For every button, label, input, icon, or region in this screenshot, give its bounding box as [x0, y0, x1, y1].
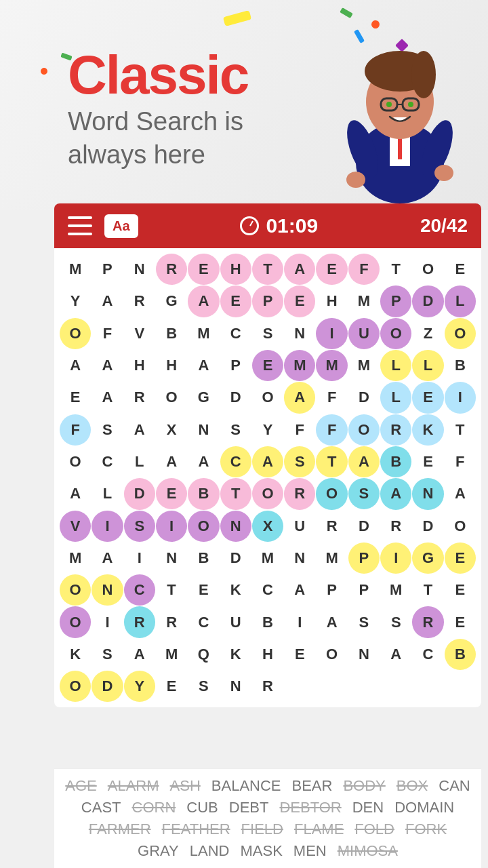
grid-cell[interactable]: R	[412, 606, 443, 637]
grid-cell[interactable]: D	[220, 542, 251, 574]
grid-cell[interactable]: L	[445, 285, 476, 317]
grid-cell[interactable]: I	[316, 318, 347, 349]
grid-cell[interactable]: B	[445, 639, 476, 670]
grid-cell[interactable]: B	[380, 446, 411, 477]
grid-cell[interactable]: C	[220, 446, 251, 477]
grid-cell[interactable]: P	[348, 574, 380, 606]
grid-cell[interactable]: U	[220, 606, 251, 637]
grid-cell[interactable]: Y	[60, 285, 91, 317]
grid-cell[interactable]: Q	[188, 639, 219, 670]
grid-cell[interactable]: M	[316, 542, 347, 574]
grid-cell[interactable]: A	[124, 639, 155, 670]
grid-cell[interactable]: E	[188, 254, 219, 285]
grid-cell[interactable]: A	[316, 606, 347, 637]
grid-cell[interactable]: S	[252, 318, 283, 349]
grid-cell[interactable]: S	[380, 606, 411, 637]
grid-cell[interactable]: M	[284, 350, 315, 381]
grid-cell[interactable]: G	[188, 382, 219, 413]
grid-cell[interactable]: R	[284, 478, 315, 509]
grid-cell[interactable]: Y	[252, 414, 283, 446]
grid-cell[interactable]: O	[252, 478, 283, 509]
grid-cell[interactable]: Y	[124, 671, 155, 702]
grid-cell[interactable]: I	[92, 606, 123, 637]
grid-cell[interactable]: E	[412, 382, 443, 413]
grid-cell[interactable]: F	[316, 414, 347, 446]
grid-cell[interactable]: A	[92, 350, 123, 381]
grid-cell[interactable]: B	[156, 318, 187, 349]
grid-cell[interactable]: N	[220, 671, 251, 702]
grid-cell[interactable]: A	[348, 446, 380, 477]
grid-cell[interactable]: E	[445, 542, 476, 574]
grid-cell[interactable]: M	[60, 254, 91, 285]
grid-cell[interactable]: C	[252, 574, 283, 606]
grid-cell[interactable]: Z	[412, 318, 443, 349]
grid-cell[interactable]: B	[445, 350, 476, 381]
grid-cell[interactable]: O	[156, 382, 187, 413]
grid-cell[interactable]: A	[188, 446, 219, 477]
grid-cell[interactable]: H	[124, 350, 155, 381]
grid-cell[interactable]: P	[252, 285, 283, 317]
grid-cell[interactable]: A	[92, 285, 123, 317]
grid-cell[interactable]: O	[445, 511, 476, 542]
grid-cell[interactable]: M	[188, 318, 219, 349]
grid-cell[interactable]: O	[252, 382, 283, 413]
grid-cell[interactable]: A	[380, 478, 411, 509]
grid-cell[interactable]: N	[124, 254, 155, 285]
grid-cell[interactable]: A	[188, 350, 219, 381]
grid-cell[interactable]: R	[156, 254, 187, 285]
grid-cell[interactable]: R	[252, 671, 283, 702]
grid-cell[interactable]: A	[284, 254, 315, 285]
grid-cell[interactable]: K	[412, 414, 443, 446]
grid-cell[interactable]: R	[124, 382, 155, 413]
grid-cell[interactable]: A	[188, 285, 219, 317]
grid-cell[interactable]: M	[316, 350, 347, 381]
grid-cell[interactable]: B	[188, 542, 219, 574]
grid-cell[interactable]: S	[124, 511, 155, 542]
grid-cell[interactable]: K	[60, 639, 91, 670]
grid-cell[interactable]: C	[124, 574, 155, 606]
grid-cell[interactable]: P	[316, 574, 347, 606]
grid-cell[interactable]: N	[284, 318, 315, 349]
grid-cell[interactable]: R	[380, 511, 411, 542]
grid-cell[interactable]: E	[60, 382, 91, 413]
grid-cell[interactable]: N	[412, 478, 443, 509]
grid-cell[interactable]: O	[60, 318, 91, 349]
grid-cell[interactable]: S	[92, 639, 123, 670]
grid-cell[interactable]: O	[316, 639, 347, 670]
grid-cell[interactable]: N	[92, 574, 123, 606]
grid-cell[interactable]: F	[92, 318, 123, 349]
grid-cell[interactable]: K	[220, 639, 251, 670]
grid-cell[interactable]: T	[316, 446, 347, 477]
grid-cell[interactable]: S	[92, 414, 123, 446]
grid-cell[interactable]: S	[348, 606, 380, 637]
grid-cell[interactable]: T	[412, 574, 443, 606]
grid-cell[interactable]: A	[124, 414, 155, 446]
grid-cell[interactable]: N	[348, 639, 380, 670]
grid-cell[interactable]: H	[316, 285, 347, 317]
grid-cell[interactable]: D	[412, 511, 443, 542]
grid-cell[interactable]: H	[252, 639, 283, 670]
grid-cell[interactable]: M	[252, 542, 283, 574]
grid-cell[interactable]: O	[60, 574, 91, 606]
grid-cell[interactable]: V	[124, 318, 155, 349]
grid-cell[interactable]: N	[188, 414, 219, 446]
grid-cell[interactable]: A	[60, 478, 91, 509]
grid-cell[interactable]: I	[124, 542, 155, 574]
grid-cell[interactable]: F	[284, 414, 315, 446]
grid-cell[interactable]: M	[348, 350, 380, 381]
grid-cell[interactable]: X	[156, 414, 187, 446]
grid-cell[interactable]: I	[92, 511, 123, 542]
grid-cell[interactable]: M	[348, 285, 380, 317]
grid-cell[interactable]: E	[220, 285, 251, 317]
grid-cell[interactable]: V	[60, 511, 91, 542]
grid-cell[interactable]: D	[220, 382, 251, 413]
grid-cell[interactable]: B	[252, 606, 283, 637]
grid-cell[interactable]: D	[124, 478, 155, 509]
grid-cell[interactable]: N	[156, 542, 187, 574]
grid-cell[interactable]: S	[188, 671, 219, 702]
grid-cell[interactable]: N	[284, 542, 315, 574]
grid-cell[interactable]: F	[316, 382, 347, 413]
grid-cell[interactable]: D	[92, 671, 123, 702]
grid-cell[interactable]: F	[60, 414, 91, 446]
grid-cell[interactable]: A	[156, 446, 187, 477]
